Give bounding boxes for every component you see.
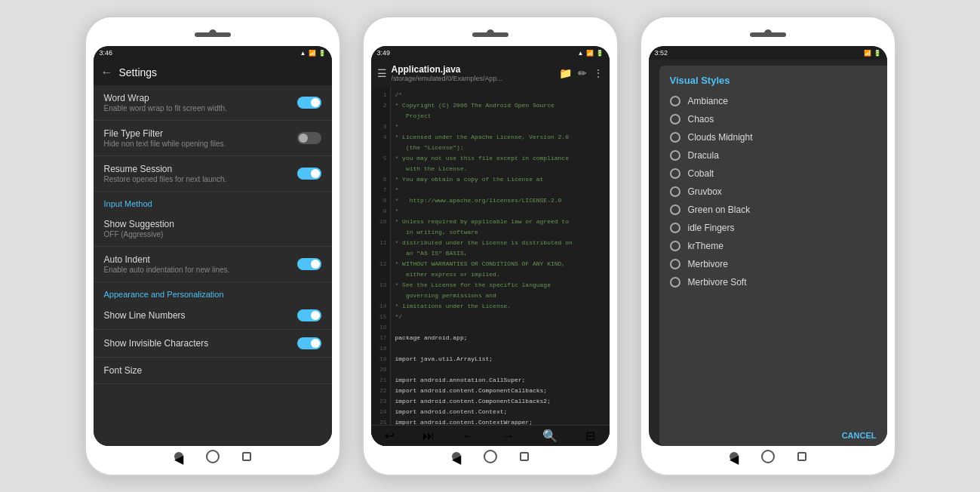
item-subtitle-wordwrap: Enable word wrap to fit screen width.: [104, 104, 227, 112]
phone-top-bar-2: [371, 25, 610, 46]
home-btn-2[interactable]: [484, 450, 497, 463]
settings-toolbar: ← Settings: [94, 60, 332, 85]
screen-settings: 3:46 ▲ 📶 🔋 ← Settings Word Wrap Enable w…: [94, 46, 332, 446]
style-item-idlefingers[interactable]: idle Fingers: [659, 219, 887, 237]
editor-filename: Application.java: [392, 64, 555, 75]
line-numbers: 12 34 5 67 8910 11 12 13 1415161718 1920…: [371, 87, 391, 425]
radio-merbivoresoft[interactable]: [670, 277, 680, 288]
settings-item-resume[interactable]: Resume Session Restore opened files for …: [94, 156, 332, 192]
status-bar-2: 3:49 ▲ 📶 🔋: [371, 46, 610, 60]
style-item-cloudsmidnight[interactable]: Clouds Midnight: [659, 128, 887, 146]
toggle-filetype[interactable]: [297, 132, 321, 144]
home-btn-1[interactable]: [206, 450, 220, 463]
back-arrow[interactable]: ←: [101, 66, 113, 79]
toggle-linenumbers[interactable]: [297, 309, 321, 321]
settings-item-text-wordwrap: Word Wrap Enable word wrap to fit screen…: [104, 93, 227, 112]
radio-merbivore[interactable]: [670, 259, 680, 269]
radio-dracula[interactable]: [670, 150, 680, 161]
search-btn[interactable]: 🔍: [542, 429, 558, 443]
settings-item-wordwrap[interactable]: Word Wrap Enable word wrap to fit screen…: [94, 85, 332, 121]
radio-greenonblack[interactable]: [670, 204, 680, 215]
toggle-resume[interactable]: [297, 168, 321, 180]
home-btn-3[interactable]: [761, 450, 775, 463]
status-time-3: 3:52: [655, 49, 668, 57]
hamburger-icon[interactable]: ☰: [377, 67, 387, 79]
recents-btn-2[interactable]: [520, 452, 529, 461]
radio-krtheme[interactable]: [670, 241, 680, 251]
radio-chaos[interactable]: [670, 114, 680, 125]
code-content: /* * Copyright (C) 2006 The Android Open…: [391, 87, 610, 425]
cancel-button[interactable]: CANCEL: [659, 426, 887, 440]
undo-btn[interactable]: ↩: [385, 429, 395, 443]
item-title-invisible: Show Invisible Characters: [104, 338, 209, 349]
radio-cobalt[interactable]: [670, 168, 680, 179]
item-title-filetype: File Type Filter: [104, 128, 226, 139]
recents-btn-1[interactable]: [242, 452, 251, 461]
settings-list: Word Wrap Enable word wrap to fit screen…: [94, 85, 332, 446]
cursor-right-btn[interactable]: →: [502, 429, 515, 443]
style-item-cobalt[interactable]: Cobalt: [659, 165, 887, 183]
editor-title-block: Application.java /storage/emulated/0/Exa…: [392, 64, 555, 82]
style-item-ambiance[interactable]: Ambiance: [659, 92, 887, 110]
style-name-krtheme: krTheme: [688, 241, 723, 251]
style-item-merbivoresoft[interactable]: Merbivore Soft: [659, 273, 887, 291]
toggle-invisible[interactable]: [297, 337, 321, 349]
style-name-gruvbox: Gruvbox: [688, 186, 722, 197]
settings-item-text-linenumbers: Show Line Numbers: [104, 310, 186, 321]
cursor-left-btn[interactable]: ←: [462, 429, 475, 443]
speaker-2: [472, 32, 508, 37]
item-subtitle-filetype: Hide non text file while opening files.: [104, 140, 226, 148]
phones-container: 3:46 ▲ 📶 🔋 ← Settings Word Wrap Enable w…: [0, 1, 980, 491]
status-time-2: 3:49: [377, 49, 391, 57]
style-name-chaos: Chaos: [688, 114, 714, 125]
radio-idlefingers[interactable]: [670, 223, 680, 233]
toggle-autoindent[interactable]: [297, 258, 321, 270]
status-icons-2: ▲ 📶 🔋: [578, 50, 604, 57]
radio-gruvbox[interactable]: [670, 186, 680, 197]
skip-forward-btn[interactable]: ⏭: [422, 429, 435, 443]
style-item-greenonblack[interactable]: Green on Black: [659, 201, 887, 219]
editor-screen: ☰ Application.java /storage/emulated/0/E…: [371, 60, 610, 446]
settings-item-linenumbers[interactable]: Show Line Numbers: [94, 302, 332, 330]
item-subtitle-resume: Restore opened files for next launch.: [104, 175, 227, 183]
style-name-greenonblack: Green on Black: [688, 204, 751, 215]
radio-cloudsmidnight[interactable]: [670, 132, 680, 143]
style-item-dracula[interactable]: Dracula: [659, 146, 887, 165]
folder-icon[interactable]: 📁: [559, 67, 572, 79]
style-item-gruvbox[interactable]: Gruvbox: [659, 183, 887, 201]
edit-icon[interactable]: ✏: [578, 67, 587, 79]
radio-ambiance[interactable]: [670, 96, 680, 106]
menu-btn[interactable]: ⊟: [585, 429, 595, 443]
style-item-krtheme[interactable]: krTheme: [659, 237, 887, 255]
item-title-autoindent: Auto Indent: [104, 254, 230, 265]
back-btn-2[interactable]: ◀: [452, 452, 461, 461]
back-btn-3[interactable]: ◀: [730, 452, 739, 461]
item-title-fontsize: Font Size: [104, 365, 321, 376]
more-icon[interactable]: ⋮: [593, 67, 604, 79]
visual-bg: Visual Styles Ambiance Chaos Clouds Midn…: [649, 60, 887, 446]
settings-item-fontsize[interactable]: Font Size: [94, 358, 332, 384]
settings-item-filetype[interactable]: File Type Filter Hide non text file whil…: [94, 121, 332, 156]
dialog-title: Visual Styles: [659, 75, 887, 92]
status-bar-3: 3:52 📶 🔋: [649, 46, 887, 60]
settings-item-suggestion[interactable]: Show Suggestion OFF (Aggressive): [94, 211, 332, 247]
settings-item-invisible[interactable]: Show Invisible Characters: [94, 330, 332, 358]
settings-item-autoindent[interactable]: Auto Indent Enable auto indentation for …: [94, 247, 332, 282]
phone-top-bar-3: [649, 25, 887, 46]
status-icons-1: ▲ 📶 🔋: [300, 50, 326, 57]
settings-item-text-autoindent: Auto Indent Enable auto indentation for …: [104, 254, 230, 274]
recents-btn-3[interactable]: [797, 452, 806, 461]
style-name-cloudsmidnight: Clouds Midnight: [688, 132, 753, 143]
item-title-wordwrap: Word Wrap: [104, 93, 227, 103]
style-name-idlefingers: idle Fingers: [688, 223, 735, 233]
phone-editor: 3:49 ▲ 📶 🔋 ☰ Application.java /storage/e…: [362, 16, 619, 476]
style-item-chaos[interactable]: Chaos: [659, 110, 887, 128]
toggle-wordwrap[interactable]: [297, 97, 321, 109]
settings-item-text-filetype: File Type Filter Hide non text file whil…: [104, 128, 226, 148]
editor-toolbar: ☰ Application.java /storage/emulated/0/E…: [371, 60, 610, 87]
back-btn-1[interactable]: ◀: [174, 452, 183, 461]
speaker-1: [195, 32, 231, 37]
code-area: 12 34 5 67 8910 11 12 13 1415161718 1920…: [371, 87, 610, 425]
style-item-merbivore[interactable]: Merbivore: [659, 255, 887, 273]
status-bar-1: 3:46 ▲ 📶 🔋: [94, 46, 332, 60]
